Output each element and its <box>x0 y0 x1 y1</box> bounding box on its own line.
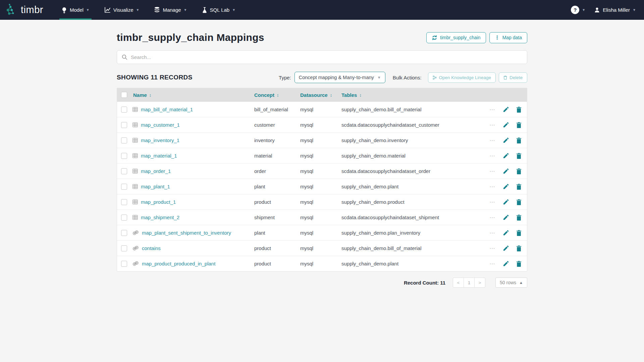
row-more-actions-icon[interactable]: ●●● <box>490 247 495 249</box>
sync-icon <box>432 35 437 40</box>
search-input[interactable] <box>131 54 522 60</box>
row-more-actions-icon[interactable]: ●●● <box>490 201 495 203</box>
open-knowledge-lineage-button[interactable]: Open Knowledge Lineage <box>428 72 496 83</box>
mapping-name-link[interactable]: contains <box>142 245 161 251</box>
delete-trash-icon[interactable] <box>516 137 522 143</box>
edit-pencil-icon[interactable] <box>503 245 509 251</box>
edit-pencil-icon[interactable] <box>503 261 509 267</box>
nav-item-label: Model <box>70 7 84 13</box>
mapping-name-link[interactable]: map_material_1 <box>141 153 177 159</box>
row-checkbox[interactable] <box>121 199 127 205</box>
mapping-name-link[interactable]: map_shipment_2 <box>141 215 179 220</box>
delete-trash-icon[interactable] <box>516 245 522 251</box>
user-menu[interactable]: Elisha Miller ▼ <box>594 7 636 13</box>
edit-pencil-icon[interactable] <box>503 184 509 190</box>
map-data-button[interactable]: ⋮ Map data <box>489 32 527 43</box>
row-checkbox[interactable] <box>121 168 127 174</box>
sort-icon[interactable]: ↕ <box>359 93 362 98</box>
mapping-name-link[interactable]: map_order_1 <box>141 168 171 174</box>
column-header-datasource[interactable]: Datasource ↕ <box>300 92 341 98</box>
row-more-actions-icon[interactable]: ●●● <box>490 139 495 141</box>
current-page-button[interactable]: 1 <box>464 278 475 288</box>
edit-pencil-icon[interactable] <box>503 199 509 205</box>
edit-pencil-icon[interactable] <box>503 168 509 174</box>
delete-trash-icon[interactable] <box>516 168 522 174</box>
row-more-actions-icon[interactable]: ●●● <box>490 109 495 111</box>
row-checkbox[interactable] <box>121 122 127 128</box>
delete-trash-icon[interactable] <box>516 153 522 159</box>
edit-pencil-icon[interactable] <box>503 153 509 159</box>
mapping-name-link[interactable]: map_plant_sent_shipment_to_inventory <box>142 230 231 236</box>
row-more-actions-icon[interactable]: ●●● <box>490 155 495 157</box>
tables-cell: supply_chain_demo.bill_of_material <box>341 245 478 251</box>
brand-name: timbr <box>21 4 43 15</box>
column-header-tables[interactable]: Tables ↕ <box>341 92 478 98</box>
sort-icon[interactable]: ↕ <box>277 93 279 98</box>
edit-pencil-icon[interactable] <box>503 230 509 236</box>
help-menu[interactable]: ? ▼ <box>571 6 585 14</box>
row-checkbox[interactable] <box>121 107 127 113</box>
row-checkbox[interactable] <box>121 230 127 236</box>
table-row: map_plant_1 plant mysql supply_chain_dem… <box>117 179 527 194</box>
user-icon <box>594 7 600 13</box>
row-checkbox[interactable] <box>121 245 127 251</box>
row-more-actions-icon[interactable]: ●●● <box>490 263 495 265</box>
tables-cell: supply_chain_demo.inventory <box>341 137 478 143</box>
delete-trash-icon[interactable] <box>516 230 522 236</box>
edit-pencil-icon[interactable] <box>503 137 509 143</box>
tables-cell: supply_chain_demo.product <box>341 199 478 205</box>
bulk-delete-button[interactable]: Delete <box>499 72 527 83</box>
select-all-checkbox[interactable] <box>121 92 127 98</box>
edit-pencil-icon[interactable] <box>503 215 509 221</box>
mapping-name-link[interactable]: map_product_produced_in_plant <box>142 261 215 266</box>
column-header-name[interactable]: Name ↕ <box>132 92 254 98</box>
mapping-name-link[interactable]: map_plant_1 <box>141 184 170 189</box>
row-checkbox[interactable] <box>121 153 127 159</box>
rows-per-page-select[interactable]: 50 rows ▲ <box>495 278 527 288</box>
delete-trash-icon[interactable] <box>516 199 522 205</box>
type-filter-select[interactable]: Concept mapping & Many-to-many ▼ <box>294 72 385 83</box>
column-label: Tables <box>341 92 357 98</box>
concept-cell: inventory <box>254 137 300 143</box>
delete-button-label: Delete <box>509 75 523 80</box>
delete-trash-icon[interactable] <box>516 261 522 267</box>
delete-trash-icon[interactable] <box>516 107 522 113</box>
ontology-switch-button[interactable]: timbr_supply_chain <box>426 32 486 43</box>
row-more-actions-icon[interactable]: ●●● <box>490 186 495 188</box>
next-page-button[interactable]: > <box>474 278 485 288</box>
record-count-label: Record Count: <box>404 280 439 286</box>
timbr-logo[interactable]: timbr <box>5 0 43 20</box>
row-checkbox[interactable] <box>121 261 127 267</box>
edit-pencil-icon[interactable] <box>503 122 509 128</box>
row-checkbox[interactable] <box>121 184 127 190</box>
edit-pencil-icon[interactable] <box>503 107 509 113</box>
column-header-concept[interactable]: Concept ↕ <box>254 92 300 98</box>
row-more-actions-icon[interactable]: ●●● <box>490 170 495 172</box>
row-checkbox[interactable] <box>121 215 127 221</box>
mapping-name-link[interactable]: map_inventory_1 <box>141 137 179 143</box>
row-checkbox[interactable] <box>121 137 127 143</box>
nav-item-visualize[interactable]: Visualize ▼ <box>98 0 146 20</box>
help-icon: ? <box>571 6 579 14</box>
row-more-actions-icon[interactable]: ●●● <box>490 217 495 219</box>
table-row: map_order_1 order mysql scdata.datacosup… <box>117 163 527 179</box>
pagination-bar: Record Count: 11 < 1 > 50 rows ▲ <box>117 278 527 288</box>
datasource-cell: mysql <box>300 153 341 159</box>
sort-icon[interactable]: ↕ <box>149 93 152 98</box>
delete-trash-icon[interactable] <box>516 122 522 128</box>
tables-cell: supply_chain_demo.plant <box>341 184 478 189</box>
mapping-name-link[interactable]: map_bill_of_material_1 <box>141 107 193 112</box>
nav-item-manage[interactable]: Manage ▼ <box>148 0 193 20</box>
row-more-actions-icon[interactable]: ●●● <box>490 232 495 234</box>
nav-item-model[interactable]: Model ▼ <box>55 0 96 20</box>
row-more-actions-icon[interactable]: ●●● <box>490 124 495 126</box>
delete-trash-icon[interactable] <box>516 215 522 221</box>
prev-page-button[interactable]: < <box>453 278 464 288</box>
delete-trash-icon[interactable] <box>516 184 522 190</box>
mapping-name-link[interactable]: map_customer_1 <box>141 122 180 128</box>
lineage-button-label: Open Knowledge Lineage <box>439 75 491 80</box>
sort-icon[interactable]: ↕ <box>330 93 332 98</box>
nav-item-sql-lab[interactable]: SQL Lab ▼ <box>196 0 242 20</box>
chevron-down-icon: ▼ <box>633 8 636 12</box>
mapping-name-link[interactable]: map_product_1 <box>141 199 176 205</box>
